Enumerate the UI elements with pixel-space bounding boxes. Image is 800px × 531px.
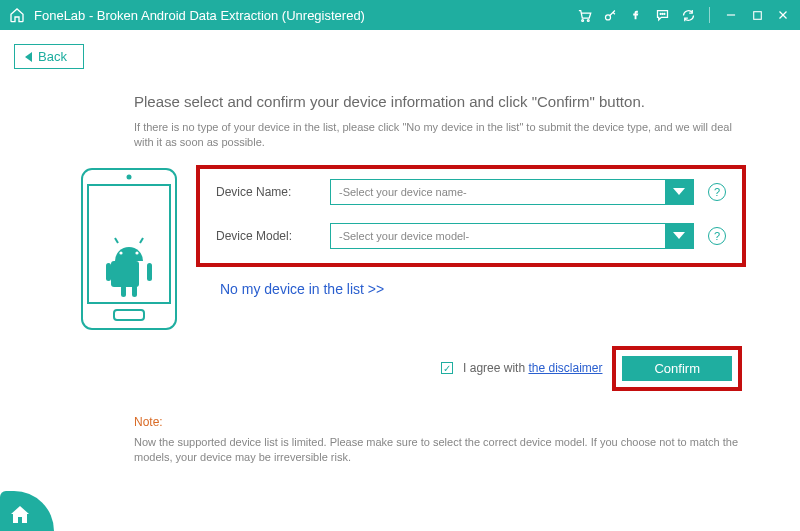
back-label: Back: [38, 49, 67, 64]
svg-point-4: [662, 13, 663, 14]
titlebar-right: [575, 6, 792, 24]
chevron-down-icon: [665, 179, 693, 205]
phone-illustration: [74, 165, 184, 391]
feedback-icon[interactable]: [653, 6, 671, 24]
agree-checkbox[interactable]: ✓: [441, 362, 453, 374]
svg-line-18: [140, 238, 143, 243]
titlebar: FoneLab - Broken Android Data Extraction…: [0, 0, 800, 30]
svg-point-2: [605, 14, 610, 19]
back-arrow-icon: [25, 52, 32, 62]
svg-point-16: [135, 251, 138, 254]
agree-row: ✓ I agree with the disclaimer Confirm: [214, 346, 742, 391]
svg-point-3: [660, 13, 661, 14]
no-device-link[interactable]: No my device in the list >>: [220, 281, 384, 297]
device-model-select[interactable]: -Select your device model-: [330, 223, 694, 249]
refresh-icon[interactable]: [679, 6, 697, 24]
device-name-row: Device Name: -Select your device name- ?: [216, 179, 726, 205]
home-fab[interactable]: [0, 491, 54, 531]
svg-rect-19: [106, 263, 111, 281]
svg-rect-14: [111, 261, 139, 287]
main-row: Device Name: -Select your device name- ?…: [54, 165, 746, 391]
svg-point-5: [663, 13, 664, 14]
device-name-label: Device Name:: [216, 185, 316, 199]
svg-rect-20: [147, 263, 152, 281]
chevron-down-icon: [665, 223, 693, 249]
confirm-highlight: Confirm: [612, 346, 742, 391]
device-name-value: -Select your device name-: [331, 186, 665, 198]
note-heading: Note:: [134, 415, 746, 429]
device-name-help-icon[interactable]: ?: [708, 183, 726, 201]
agree-prefix: I agree with: [463, 361, 528, 375]
note-body: Now the supported device list is limited…: [134, 435, 746, 466]
device-name-select[interactable]: -Select your device name-: [330, 179, 694, 205]
device-model-row: Device Model: -Select your device model-…: [216, 223, 726, 249]
content: Please select and confirm your device in…: [0, 69, 800, 466]
agree-text: I agree with the disclaimer: [463, 361, 602, 375]
svg-rect-7: [753, 11, 761, 19]
page-subtext: If there is no type of your device in th…: [134, 120, 746, 151]
svg-rect-22: [132, 285, 137, 297]
back-button[interactable]: Back: [14, 44, 84, 69]
svg-point-12: [127, 174, 132, 179]
svg-rect-13: [114, 310, 144, 320]
device-model-label: Device Model:: [216, 229, 316, 243]
device-form-highlight: Device Name: -Select your device name- ?…: [196, 165, 746, 267]
disclaimer-link[interactable]: the disclaimer: [528, 361, 602, 375]
minimize-icon[interactable]: [722, 6, 740, 24]
svg-line-17: [115, 238, 118, 243]
titlebar-separator: [709, 7, 710, 23]
svg-rect-21: [121, 285, 126, 297]
home-icon[interactable]: [8, 6, 26, 24]
cart-icon[interactable]: [575, 6, 593, 24]
device-model-value: -Select your device model-: [331, 230, 665, 242]
svg-point-1: [587, 19, 589, 21]
device-model-help-icon[interactable]: ?: [708, 227, 726, 245]
page-heading: Please select and confirm your device in…: [134, 93, 746, 110]
form-column: Device Name: -Select your device name- ?…: [214, 165, 746, 391]
svg-point-15: [119, 251, 122, 254]
maximize-icon[interactable]: [748, 6, 766, 24]
key-icon[interactable]: [601, 6, 619, 24]
svg-point-0: [581, 19, 583, 21]
window-title: FoneLab - Broken Android Data Extraction…: [34, 8, 575, 23]
facebook-icon[interactable]: [627, 6, 645, 24]
close-icon[interactable]: [774, 6, 792, 24]
confirm-button[interactable]: Confirm: [622, 356, 732, 381]
